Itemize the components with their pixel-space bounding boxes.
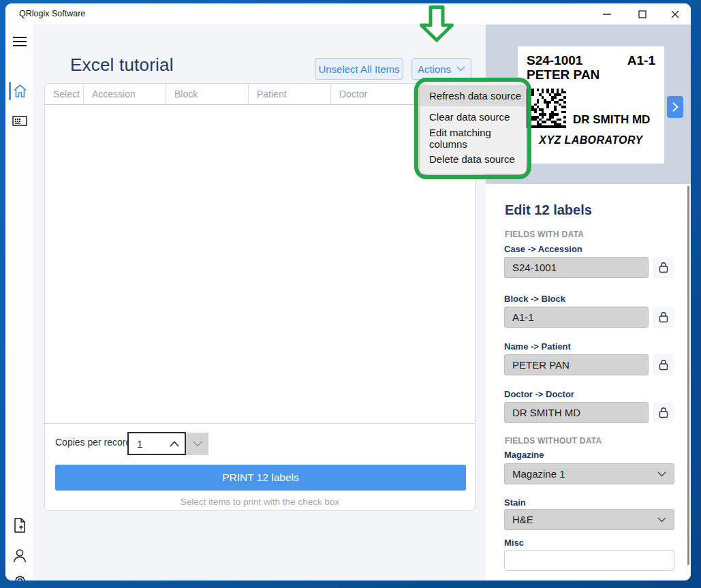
app-window: QRlogix Software E	[5, 3, 691, 581]
print-hint-text: Select items to print with the check box	[45, 497, 475, 507]
label-case-text: S24-1001	[527, 53, 582, 67]
menu-item-refresh-data-source[interactable]: Refresh data source	[420, 85, 526, 106]
chevron-down-icon	[456, 66, 465, 72]
export-document-icon[interactable]	[12, 518, 27, 533]
stepper-down-button[interactable]	[186, 433, 208, 455]
copies-stepper[interactable]	[127, 432, 186, 455]
menu-item-clear-data-source[interactable]: Clear data source	[420, 106, 526, 127]
stain-select[interactable]: H&E	[504, 509, 674, 530]
chevron-down-icon	[657, 517, 666, 523]
lock-icon	[659, 359, 668, 371]
lock-icon	[659, 407, 668, 418]
print-labels-button[interactable]: PRINT 12 labels	[55, 465, 466, 491]
magazine-select[interactable]: Magazine 1	[504, 463, 674, 484]
column-header-accession[interactable]: Accession	[84, 84, 166, 104]
user-icon[interactable]	[12, 548, 27, 563]
maximize-button[interactable]	[631, 5, 654, 23]
label-preview: S24-1001 A1-1 PETER PAN DR SMITH MD XYZ …	[518, 46, 664, 164]
field-input-patient[interactable]	[504, 354, 649, 375]
column-header-patient[interactable]: Patient	[249, 84, 331, 104]
titlebar: QRlogix Software	[5, 3, 691, 25]
lock-button-doctor[interactable]	[653, 402, 674, 423]
chevron-right-icon	[672, 102, 679, 112]
table-header-row: Select Accession Block Patient Doctor	[45, 84, 475, 105]
misc-label: Misc	[504, 538, 524, 548]
table-body-empty	[45, 105, 475, 423]
window-title: QRlogix Software	[19, 9, 85, 18]
field-label-patient: Name -> Patient	[504, 341, 571, 352]
unselect-all-button[interactable]: Unselect All Items	[315, 58, 403, 80]
field-label-case-accession: Case -> Accession	[504, 244, 582, 254]
actions-button[interactable]: Actions	[411, 58, 471, 80]
menu-item-delete-data-source[interactable]: Delete data source	[420, 149, 526, 170]
field-input-accession[interactable]	[504, 257, 649, 278]
divider	[45, 423, 475, 424]
column-header-doctor[interactable]: Doctor	[331, 84, 414, 104]
actions-dropdown-menu: Refresh data source Clear data source Ed…	[419, 81, 527, 174]
field-input-doctor[interactable]	[504, 402, 649, 423]
column-header-select[interactable]: Select	[45, 84, 84, 104]
label-doctor-text: DR SMITH MD	[573, 113, 650, 128]
home-icon[interactable]	[12, 83, 27, 98]
lock-icon	[659, 262, 668, 273]
minimize-button[interactable]	[595, 5, 619, 23]
menu-item-edit-matching-columns[interactable]: Edit matching columns	[420, 127, 526, 149]
lock-button-block[interactable]	[653, 307, 674, 328]
actions-button-label: Actions	[418, 63, 451, 75]
fields-without-data-label: FIELDS WITHOUT DATA	[505, 436, 602, 446]
label-block-text: A1-1	[627, 53, 655, 67]
field-label-doctor: Doctor -> Doctor	[504, 389, 574, 399]
records-table-card: Select Accession Block Patient Doctor Co…	[44, 83, 476, 511]
keyboard-icon[interactable]	[12, 113, 27, 128]
datamatrix-barcode	[527, 89, 566, 128]
fields-with-data-label: FIELDS WITH DATA	[505, 230, 584, 239]
scrollbar[interactable]	[687, 186, 689, 565]
field-label-block: Block -> Block	[504, 294, 565, 304]
copies-input[interactable]	[129, 438, 159, 450]
stain-select-value: H&E	[512, 514, 533, 525]
misc-input[interactable]	[504, 550, 674, 571]
stepper-down-icon	[193, 441, 202, 447]
page-title: Excel tutorial	[70, 55, 174, 76]
lock-button-patient[interactable]	[653, 354, 674, 375]
lock-icon	[659, 311, 668, 323]
magazine-label: Magazine	[504, 450, 544, 460]
settings-gear-icon[interactable]	[12, 573, 27, 581]
stepper-up-icon[interactable]	[170, 441, 179, 447]
label-patient-text: PETER PAN	[527, 67, 655, 82]
label-footer-text: XYZ LABORATORY	[527, 134, 655, 146]
magazine-select-value: Magazine 1	[512, 468, 565, 480]
hamburger-menu-icon[interactable]	[12, 34, 27, 49]
sidebar	[5, 25, 33, 581]
chevron-down-icon	[657, 471, 666, 477]
column-header-block[interactable]: Block	[166, 84, 249, 104]
stain-label: Stain	[504, 497, 526, 508]
edit-panel-title: Edit 12 labels	[505, 202, 592, 218]
lock-button-accession[interactable]	[653, 257, 674, 278]
copies-per-record-label: Copies per record:	[55, 437, 134, 448]
active-nav-indicator	[9, 82, 11, 100]
close-button[interactable]	[664, 5, 687, 23]
main-content: Excel tutorial Unselect All Items Action…	[33, 25, 486, 581]
next-label-button[interactable]	[667, 96, 683, 118]
field-input-block[interactable]	[504, 307, 649, 328]
